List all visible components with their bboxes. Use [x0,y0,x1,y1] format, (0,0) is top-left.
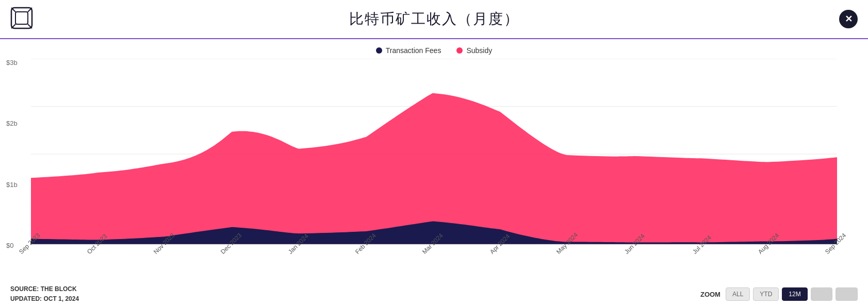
svg-rect-1 [15,12,28,24]
footer: SOURCE: THE BLOCK UPDATED: OCT 1, 2024 Z… [0,280,868,304]
main-container: 比特币矿工收入（月度） ✕ Transaction Fees Subsidy $… [0,0,868,306]
legend-item-subsidy: Subsidy [456,46,492,55]
fees-label: Transaction Fees [386,46,441,55]
fees-dot [376,47,382,54]
zoom-controls: ZOOM ALL YTD 12M [700,287,858,301]
chart-svg [31,59,837,249]
y-label-3b: $3b [6,59,18,66]
chart-svg-container [31,59,837,249]
source-line2: UPDATED: OCT 1, 2024 [10,294,79,304]
subsidy-label: Subsidy [466,46,492,55]
subsidy-dot [456,47,463,54]
page-title: 比特币矿工收入（月度） [349,9,519,29]
header: 比特币矿工收入（月度） ✕ [0,0,868,39]
y-label-1b: $1b [6,181,18,189]
x-axis: Sep 2023 Oct 2023 Nov 2023 Dec 2023 Jan … [0,249,868,280]
zoom-label: ZOOM [700,291,720,298]
zoom-12m-button[interactable]: 12M [782,287,807,301]
chart-area: $3b $2b $1b $0 [0,59,868,249]
logo [10,7,33,31]
zoom-all-button[interactable]: ALL [726,287,750,301]
legend-item-fees: Transaction Fees [376,46,441,55]
legend: Transaction Fees Subsidy [0,39,868,59]
zoom-btn5[interactable] [836,287,858,301]
y-label-2b: $2b [6,120,18,127]
y-axis: $3b $2b $1b $0 [6,59,18,249]
zoom-ytd-button[interactable]: YTD [753,287,779,301]
source-info: SOURCE: THE BLOCK UPDATED: OCT 1, 2024 [10,284,79,304]
close-button[interactable]: ✕ [839,10,858,28]
y-label-0: $0 [6,242,18,249]
zoom-btn4[interactable] [811,287,833,301]
source-line1: SOURCE: THE BLOCK [10,284,79,294]
